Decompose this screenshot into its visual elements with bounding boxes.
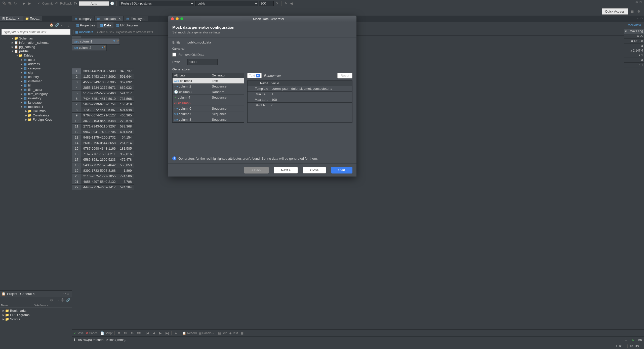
- table-row[interactable]: 42855-1234-3272-5671862,032: [72, 85, 134, 90]
- tree-node[interactable]: ▶📋information_schema: [0, 40, 72, 45]
- generator-row[interactable]: 123column2Sequence: [173, 84, 244, 89]
- collapse-icon[interactable]: ▭: [60, 23, 65, 27]
- tx-mode-icon[interactable]: T▾: [73, 1, 78, 6]
- breadcrumb-mockdata[interactable]: mockdata: [626, 23, 642, 27]
- collapse-icon[interactable]: ▭: [55, 298, 59, 302]
- table-row[interactable]: 103072-2103-8668-5448270,578: [72, 118, 134, 123]
- tree-node[interactable]: ▶▦customer: [0, 79, 72, 83]
- project-item[interactable]: ▶📁ER Diagrams: [1, 313, 71, 317]
- generator-row[interactable]: 123column7Sequence: [173, 111, 244, 117]
- script-button[interactable]: 📄Script: [100, 331, 113, 335]
- tree-node[interactable]: ▶▦country: [0, 75, 72, 79]
- table-row[interactable]: 185433-7752-1575-4642550,853: [72, 162, 134, 168]
- tree-node[interactable]: ▶▦actor: [0, 58, 72, 62]
- data-grid[interactable]: ABC column1 ▼↑? 123 column2 ▼? 13899-446…: [72, 36, 134, 329]
- filter-icon[interactable]: ▼↑?: [113, 39, 118, 42]
- tree-node[interactable]: ▶▦inventory: [0, 96, 72, 100]
- tree-node[interactable]: ▶▦film_category: [0, 92, 72, 96]
- maximize-icon[interactable]: ◻: [639, 1, 643, 4]
- close-window-icon[interactable]: [171, 17, 174, 20]
- tree-node[interactable]: ▼📋public: [0, 49, 72, 53]
- generator-row[interactable]: ABCcolumn1Text: [173, 78, 244, 84]
- table-breadcrumb[interactable]: ▦ mockdata: [73, 30, 95, 34]
- database-navigator-tab[interactable]: 🗄 Datab... ×: [0, 16, 23, 21]
- project-item[interactable]: ▶📁Bookmarks: [1, 309, 71, 313]
- fetch-icon[interactable]: ⟳: [275, 1, 279, 6]
- view-settings-icon[interactable]: ▦: [240, 331, 244, 335]
- gear-icon[interactable]: ⚙: [49, 298, 54, 302]
- sql-new-icon[interactable]: ▶: [27, 1, 32, 6]
- close-button[interactable]: Close: [303, 167, 326, 173]
- editor-tab[interactable]: ▦mockdata×: [95, 16, 123, 21]
- maximize-icon[interactable]: ◻: [640, 17, 644, 20]
- table-row[interactable]: 202113-2675-1727-1855774,506: [72, 173, 134, 179]
- table-row[interactable]: 139489-1175-4260-273254,154: [72, 135, 134, 140]
- refresh-icon[interactable]: ↻: [631, 338, 635, 342]
- tree-node[interactable]: ▶▦address: [0, 62, 72, 66]
- tree-node[interactable]: ▶▦film_actor: [0, 88, 72, 92]
- locale-cell[interactable]: en_US: [627, 344, 641, 348]
- panels-button[interactable]: ▦Panels ▾: [199, 331, 214, 335]
- table-row[interactable]: 81708-8272-4518-5487501,048: [72, 107, 134, 112]
- tree-node[interactable]: ▶▦language: [0, 100, 72, 105]
- filter-icon[interactable]: ▼?: [101, 46, 105, 49]
- generator-row[interactable]: 123column8Sequence: [173, 117, 244, 122]
- settings-icon[interactable]: ⚙: [636, 9, 641, 14]
- minimize-icon[interactable]: ▭: [63, 292, 67, 295]
- edit-icon[interactable]: ✎: [284, 1, 288, 6]
- edit-row-icon[interactable]: ≡: [117, 331, 121, 335]
- table-row[interactable]: 129947-0941-7489-2706401,020: [72, 129, 134, 135]
- table-row[interactable]: 159787-6098-4343-1166181,585: [72, 146, 134, 151]
- home-icon[interactable]: 🏠: [49, 23, 54, 27]
- tree-node[interactable]: ▶📁Constraints: [0, 113, 72, 117]
- subtab[interactable]: ▦ER Diagram: [113, 22, 140, 28]
- tree-node[interactable]: ▶▦film: [0, 83, 72, 88]
- duplicate-row-icon[interactable]: ≡≡: [136, 331, 141, 335]
- first-icon[interactable]: |◀: [145, 331, 150, 335]
- table-row[interactable]: 142601-8796-0544-3658261,214: [72, 140, 134, 146]
- close-project-icon[interactable]: ×: [33, 292, 35, 296]
- rows-limit-input[interactable]: [259, 1, 274, 6]
- table-row[interactable]: 13899-4462-9313-7400340,737: [72, 68, 134, 74]
- tree-node[interactable]: ▶▦city: [0, 70, 72, 75]
- grid-view-button[interactable]: ▦Grid: [218, 331, 227, 335]
- table-row[interactable]: 198392-1733-5998-81681,899: [72, 168, 134, 173]
- tree-node[interactable]: ▶📁Foreign Keys: [0, 117, 72, 122]
- cancel-button[interactable]: ✕Cancel: [86, 331, 98, 335]
- table-row[interactable]: 34553-6249-1085-5385367,892: [72, 79, 134, 85]
- reset-button[interactable]: Reset: [337, 73, 352, 78]
- editor-tab[interactable]: ▦Employee: [124, 16, 148, 21]
- timezone-cell[interactable]: UTC: [614, 344, 625, 348]
- generators-table[interactable]: Attribute Generator ABCcolumn1Text123col…: [172, 73, 244, 123]
- last-icon[interactable]: ▶|: [165, 331, 169, 335]
- auto-commit-toggle[interactable]: Auto: [79, 1, 109, 6]
- subtab[interactable]: ▦Properties: [73, 22, 97, 28]
- generator-type-select[interactable]: Text▾: [247, 73, 262, 78]
- table-row[interactable]: 112771-7343-5115-3207583,368: [72, 123, 134, 129]
- generator-row[interactable]: 🕐column3Random: [173, 89, 244, 95]
- text-view-button[interactable]: ◈Text: [229, 331, 238, 335]
- tree-filter-input[interactable]: [2, 29, 70, 35]
- delete-row-icon[interactable]: ≡-: [130, 331, 134, 335]
- prev-icon[interactable]: ◀: [152, 331, 156, 335]
- commit-icon[interactable]: ✓: [36, 1, 41, 6]
- subtab[interactable]: ▦Data: [97, 22, 113, 28]
- remove-old-data-checkbox[interactable]: [172, 53, 176, 57]
- generator-row[interactable]: 123column6Sequence: [173, 106, 244, 111]
- table-row[interactable]: 167167-7761-1506-8211962,816: [72, 151, 134, 157]
- tree-node[interactable]: ▶📁Columns: [0, 109, 72, 113]
- tree-node-schemas[interactable]: ▼ 📁 Schemas: [0, 36, 72, 40]
- column-header-1[interactable]: ABC column1 ▼↑?: [72, 38, 120, 45]
- property-row[interactable]: TemplateLorem ipsum dolor sit amet, cons…: [248, 86, 352, 92]
- sync-icon[interactable]: ⇅: [623, 338, 628, 342]
- refresh-icon[interactable]: ↻: [13, 1, 18, 6]
- record-button[interactable]: 📋Record: [182, 331, 197, 335]
- quick-access-button[interactable]: Quick Access: [602, 8, 628, 15]
- link-icon[interactable]: 🔗: [66, 298, 70, 302]
- column-header-2[interactable]: 123 column2 ▼?: [72, 45, 107, 51]
- rows-input[interactable]: [187, 59, 218, 65]
- commit-label[interactable]: Commit: [42, 2, 53, 5]
- close-tab-icon[interactable]: ×: [18, 17, 21, 20]
- minimize-icon[interactable]: ▭: [635, 1, 639, 4]
- export-icon[interactable]: ⬇: [174, 331, 178, 335]
